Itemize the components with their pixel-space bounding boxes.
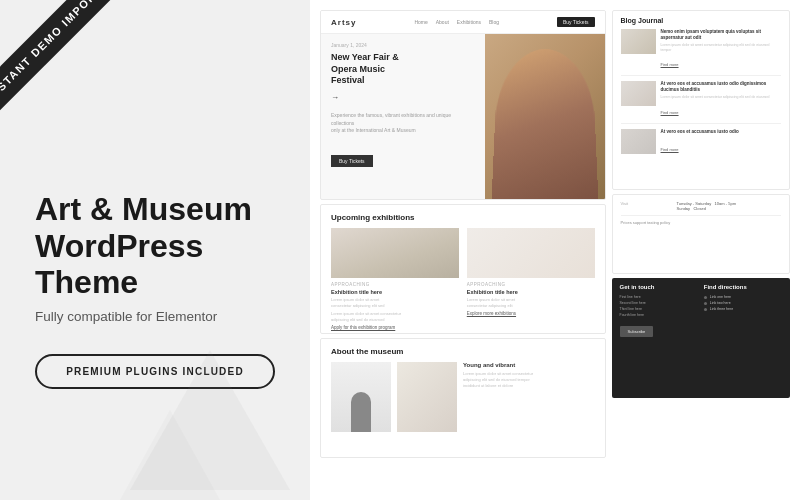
contact-subscribe-btn[interactable]: Subscribe (620, 326, 654, 337)
blog-section: Blog Journal Nemo enim ipsam voluptatem … (612, 10, 790, 190)
blog-item-img-3 (621, 129, 656, 154)
blog-link-3[interactable]: Find more (661, 147, 679, 152)
blog-item-text-1: Nemo enim ipsam voluptatem quia voluptas… (661, 29, 781, 70)
contact-link-2: Link two here (704, 301, 782, 305)
blog-item-3: At vero eos et accusamus iusto odio Find… (621, 129, 781, 160)
contact-link-1: Link one here (704, 295, 782, 299)
left-panel: INSTANT DEMO IMPORT Art & Museum WordPre… (0, 0, 310, 500)
exhibition-name-1: Exhibition title here (331, 289, 459, 295)
exhibition-item-1: Approaching Exhibition title here Lorem … (331, 228, 459, 330)
contact-item-2: Second line here (620, 301, 698, 305)
exhibition-img-2 (467, 228, 595, 278)
blog-item-text-2: At vero eos et accusamus iusto odio dign… (661, 81, 781, 118)
nav-about: About (436, 19, 449, 25)
blog-link-1[interactable]: Find more (661, 62, 679, 67)
about-desc: Lorem ipsum dolor sit amet consecteturad… (463, 371, 595, 389)
hero-arrow: → (331, 93, 475, 102)
exhibition-tag-2: Approaching (467, 282, 595, 287)
nav-buy-tickets[interactable]: Buy Tickets (557, 17, 595, 27)
exhibitions-section: Upcoming exhibitions Approaching Exhibit… (320, 204, 606, 334)
dot-1 (704, 296, 707, 299)
hero-section: Artsy Home About Exhibitions Blog Buy Ti… (320, 10, 606, 200)
info-support: Prices support tasting policy (621, 215, 781, 225)
dot-3 (704, 308, 707, 311)
about-img-1 (331, 362, 391, 432)
about-figure (351, 392, 371, 432)
contact-left: Get in touch First line here Second line… (620, 284, 698, 392)
dot-2 (704, 302, 707, 305)
exhibition-desc-extra: Lorem ipsum dolor sit amet consecteturad… (331, 311, 459, 322)
hero-body: January 1, 2024 New Year Fair & Opera Mu… (321, 34, 605, 200)
hero-title: New Year Fair & Opera Music Festival (331, 52, 475, 87)
blog-title: Blog Journal (621, 17, 781, 24)
blog-item-2: At vero eos et accusamus iusto odio dign… (621, 81, 781, 124)
subtitle: Fully compatible for Elementor (35, 309, 275, 324)
blog-item-img-2 (621, 81, 656, 106)
about-text-col: Young and vibrant Lorem ipsum dolor sit … (463, 362, 595, 432)
about-img-2 (397, 362, 457, 432)
hero-cta-button[interactable]: Buy Tickets (331, 155, 373, 167)
nav-home: Home (414, 19, 427, 25)
info-row-visit: Visit Tuesday - Saturday 10am - 5pmSunda… (621, 201, 781, 211)
exhibition-desc-2: Lorem ipsum dolor sit ametconsectetur ad… (467, 297, 595, 308)
hero-desc: Experience the famous, vibrant exhibitio… (331, 112, 475, 135)
hero-image (485, 34, 605, 200)
exhibition-name-2: Exhibition title here (467, 289, 595, 295)
corner-banner: INSTANT DEMO IMPORT (0, 0, 150, 150)
blog-item-desc-2: Lorem ipsum dolor sit amet consectetur a… (661, 95, 781, 100)
preview-col-left: Artsy Home About Exhibitions Blog Buy Ti… (320, 10, 606, 490)
nav-links: Home About Exhibitions Blog (414, 19, 499, 25)
hero-image-shape (491, 49, 598, 200)
blog-item-desc-1: Lorem ipsum dolor sit amet consectetur a… (661, 43, 781, 53)
nav-blog: Blog (489, 19, 499, 25)
site-logo: Artsy (331, 18, 356, 27)
hero-nav: Artsy Home About Exhibitions Blog Buy Ti… (321, 11, 605, 34)
contact-right: Find directions Link one here Link two h… (704, 284, 782, 392)
exhibitions-title: Upcoming exhibitions (331, 213, 595, 222)
blog-item-text-3: At vero eos et accusamus iusto odio Find… (661, 129, 781, 155)
blog-link-2[interactable]: Find more (661, 110, 679, 115)
contact-section: Get in touch First line here Second line… (612, 278, 790, 398)
exhibition-link-2[interactable]: Explore more exhibitions (467, 311, 595, 316)
about-title: About the museum (331, 347, 595, 356)
blog-item-title-2: At vero eos et accusamus iusto odio dign… (661, 81, 781, 93)
watermark-triangle-2 (120, 410, 220, 500)
main-title: Art & Museum WordPress Theme (35, 191, 275, 301)
info-section: Visit Tuesday - Saturday 10am - 5pmSunda… (612, 194, 790, 274)
hero-date: January 1, 2024 (331, 42, 475, 48)
blog-item-img-1 (621, 29, 656, 54)
blog-item-1: Nemo enim ipsam voluptatem quia voluptas… (621, 29, 781, 76)
about-sub-title: Young and vibrant (463, 362, 595, 368)
contact-item-1: First line here (620, 295, 698, 299)
right-panel: Artsy Home About Exhibitions Blog Buy Ti… (310, 0, 800, 500)
contact-left-title: Get in touch (620, 284, 698, 290)
exhibition-tag-1: Approaching (331, 282, 459, 287)
exhibition-item-2: Approaching Exhibition title here Lorem … (467, 228, 595, 330)
contact-link-3: Link three here (704, 307, 782, 311)
preview-container: Artsy Home About Exhibitions Blog Buy Ti… (320, 10, 790, 490)
contact-item-3: Third line here (620, 307, 698, 311)
exhibitions-grid: Approaching Exhibition title here Lorem … (331, 228, 595, 330)
corner-banner-label: INSTANT DEMO IMPORT (0, 0, 113, 111)
contact-right-title: Find directions (704, 284, 782, 290)
nav-exhibitions: Exhibitions (457, 19, 481, 25)
contact-item-4: Fourth line here (620, 313, 698, 317)
exhibition-link-1[interactable]: Apply for this exhibition program (331, 325, 459, 330)
info-label-visit: Visit (621, 201, 671, 211)
hero-text: January 1, 2024 New Year Fair & Opera Mu… (321, 34, 485, 200)
blog-item-title-1: Nemo enim ipsam voluptatem quia voluptas… (661, 29, 781, 41)
info-value-visit: Tuesday - Saturday 10am - 5pmSunday Clos… (677, 201, 736, 211)
about-grid: Young and vibrant Lorem ipsum dolor sit … (331, 362, 595, 432)
exhibition-desc-1: Lorem ipsum dolor sit ametconsectetur ad… (331, 297, 459, 308)
exhibition-img-1 (331, 228, 459, 278)
preview-col-right: Blog Journal Nemo enim ipsam voluptatem … (612, 10, 790, 490)
blog-item-title-3: At vero eos et accusamus iusto odio (661, 129, 781, 135)
about-section: About the museum Young and vibrant Lorem… (320, 338, 606, 458)
exhibition-img-gallery (331, 228, 459, 278)
